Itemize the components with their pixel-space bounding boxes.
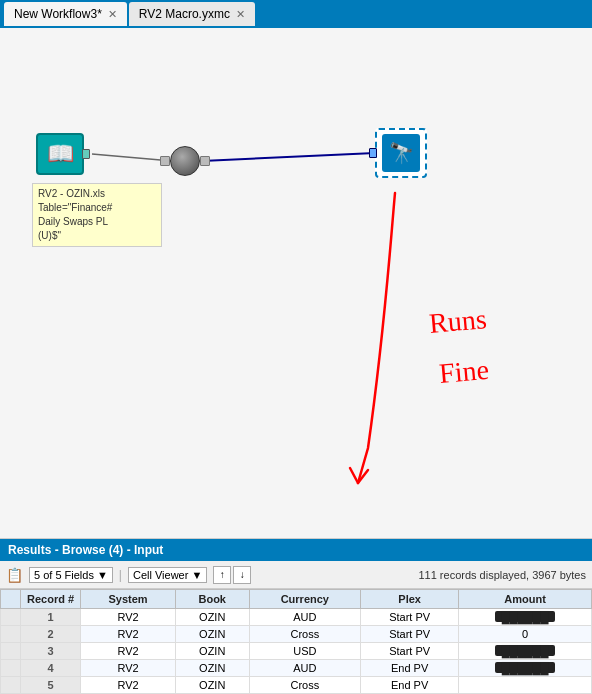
tab-new-workflow-close[interactable]: ✕ xyxy=(108,8,117,21)
toolbar-separator-1: | xyxy=(119,568,122,582)
table-row: 2RV2OZINCrossStart PV0 xyxy=(1,626,592,643)
row-icon-cell xyxy=(1,660,21,677)
sort-up-button[interactable]: ↑ xyxy=(213,566,231,584)
row-currency: AUD xyxy=(249,609,360,626)
row-amount: ██████ xyxy=(459,643,592,660)
row-book: OZIN xyxy=(175,643,249,660)
row-currency: Cross xyxy=(249,626,360,643)
fields-dropdown-arrow: ▼ xyxy=(97,569,108,581)
tab-rv2-macro[interactable]: RV2 Macro.yxmc ✕ xyxy=(129,2,255,26)
sort-buttons: ↑ ↓ xyxy=(213,566,251,584)
tab-rv2-macro-label: RV2 Macro.yxmc xyxy=(139,7,230,21)
row-system: RV2 xyxy=(81,609,176,626)
row-system: RV2 xyxy=(81,643,176,660)
row-plex: End PV xyxy=(361,677,459,694)
results-table: Record # System Book Currency Plex Amoun… xyxy=(0,589,592,694)
table-row: 3RV2OZINUSDStart PV██████ xyxy=(1,643,592,660)
svg-text:Runs: Runs xyxy=(428,303,488,339)
table-row: 1RV2OZINAUDStart PV██████ xyxy=(1,609,592,626)
row-number: 1 xyxy=(21,609,81,626)
book-icon: 📖 xyxy=(47,141,74,167)
cell-viewer-dropdown[interactable]: Cell Viewer ▼ xyxy=(128,567,207,583)
results-panel: Results - Browse (4) - Input 📋 5 of 5 Fi… xyxy=(0,538,592,694)
cell-viewer-label: Cell Viewer xyxy=(133,569,188,581)
row-icon-cell xyxy=(1,609,21,626)
row-book: OZIN xyxy=(175,660,249,677)
tab-bar: New Workflow3* ✕ RV2 Macro.yxmc ✕ xyxy=(0,0,592,28)
table-row: 4RV2OZINAUDEnd PV██████ xyxy=(1,660,592,677)
results-header: Results - Browse (4) - Input xyxy=(0,539,592,561)
browse-inner: 🔭 xyxy=(382,134,420,172)
records-info: 111 records displayed, 3967 bytes xyxy=(418,569,586,581)
col-icon xyxy=(1,590,21,609)
workflow-canvas: 📖 RV2 - OZIN.xlsTable="Finance#Daily Swa… xyxy=(0,28,592,538)
row-number: 5 xyxy=(21,677,81,694)
fields-label: 5 of 5 Fields xyxy=(34,569,94,581)
ball-icon xyxy=(170,146,200,176)
browse-left-connector xyxy=(369,148,377,158)
tab-new-workflow-label: New Workflow3* xyxy=(14,7,102,21)
col-plex[interactable]: Plex xyxy=(361,590,459,609)
row-number: 4 xyxy=(21,660,81,677)
row-book: OZIN xyxy=(175,626,249,643)
browse-node[interactable]: 🔭 xyxy=(375,128,427,178)
row-plex: Start PV xyxy=(361,643,459,660)
row-amount: ██████ xyxy=(459,609,592,626)
input-right-connector xyxy=(82,149,90,159)
redacted-value: ██████ xyxy=(495,645,555,656)
row-plex: Start PV xyxy=(361,626,459,643)
row-currency: AUD xyxy=(249,660,360,677)
row-book: OZIN xyxy=(175,609,249,626)
row-system: RV2 xyxy=(81,660,176,677)
col-amount[interactable]: Amount xyxy=(459,590,592,609)
row-number: 3 xyxy=(21,643,81,660)
connections-svg xyxy=(0,28,592,538)
row-plex: End PV xyxy=(361,660,459,677)
col-system[interactable]: System xyxy=(81,590,176,609)
fields-dropdown[interactable]: 5 of 5 Fields ▼ xyxy=(29,567,113,583)
table-header-row: Record # System Book Currency Plex Amoun… xyxy=(1,590,592,609)
ball-right-connector xyxy=(200,156,210,166)
row-currency: Cross xyxy=(249,677,360,694)
row-amount: ██████ xyxy=(459,660,592,677)
table-icon: 📋 xyxy=(6,567,23,583)
browse-node-box: 🔭 xyxy=(375,128,427,178)
binoculars-icon: 🔭 xyxy=(389,141,414,165)
tab-rv2-macro-close[interactable]: ✕ xyxy=(236,8,245,21)
redacted-value: ██████ xyxy=(495,662,555,673)
svg-line-1 xyxy=(202,153,375,161)
row-icon-cell xyxy=(1,626,21,643)
svg-text:Fine: Fine xyxy=(438,354,490,389)
results-header-label: Results - Browse (4) - Input xyxy=(8,543,163,557)
tab-new-workflow[interactable]: New Workflow3* ✕ xyxy=(4,2,127,26)
row-amount: 0 xyxy=(459,626,592,643)
sort-down-button[interactable]: ↓ xyxy=(233,566,251,584)
ball-left-connector xyxy=(160,156,170,166)
col-currency[interactable]: Currency xyxy=(249,590,360,609)
row-book: OZIN xyxy=(175,677,249,694)
input-node-box: 📖 xyxy=(36,133,84,175)
ball-node[interactable] xyxy=(170,146,200,176)
input-node[interactable]: 📖 RV2 - OZIN.xlsTable="Finance#Daily Swa… xyxy=(36,133,84,175)
redacted-value: ██████ xyxy=(495,611,555,622)
row-icon-cell xyxy=(1,677,21,694)
results-toolbar: 📋 5 of 5 Fields ▼ | Cell Viewer ▼ ↑ ↓ 11… xyxy=(0,561,592,589)
row-amount xyxy=(459,677,592,694)
cell-viewer-arrow: ▼ xyxy=(191,569,202,581)
row-system: RV2 xyxy=(81,626,176,643)
input-node-label: RV2 - OZIN.xlsTable="Finance#Daily Swaps… xyxy=(32,183,162,247)
table-row: 5RV2OZINCrossEnd PV xyxy=(1,677,592,694)
row-currency: USD xyxy=(249,643,360,660)
row-number: 2 xyxy=(21,626,81,643)
row-plex: Start PV xyxy=(361,609,459,626)
col-book[interactable]: Book xyxy=(175,590,249,609)
row-icon-cell xyxy=(1,643,21,660)
row-system: RV2 xyxy=(81,677,176,694)
col-record[interactable]: Record # xyxy=(21,590,81,609)
annotation-svg: Runs Fine xyxy=(0,28,592,538)
